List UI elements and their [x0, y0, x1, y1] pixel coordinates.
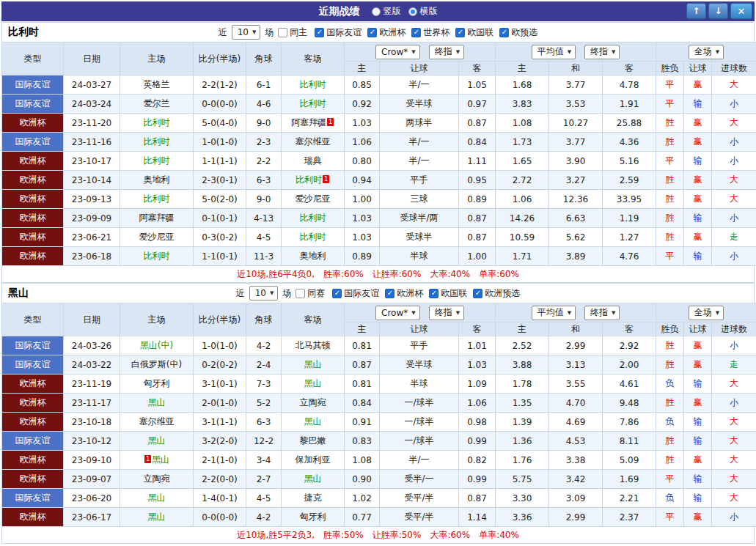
match-row: 国际友谊 23-11-16 比利时 1-0(1-0) 2-3 塞尔维亚 1.06… [2, 133, 756, 152]
odds-handicap-cell: 半/一 [380, 451, 459, 470]
col-header-corner: 角球 [246, 43, 282, 75]
away-team-cell: 阿塞拜疆1 [282, 114, 345, 133]
result-outcome-cell: 胜 [656, 171, 684, 190]
team-label: 比利时 [144, 193, 170, 204]
odds-home-cell: 0.92 [345, 95, 380, 114]
avg-away-cell: 5.16 [603, 152, 656, 171]
home-team-cell: 1黑山 [120, 451, 194, 470]
avg-source-select[interactable]: 平均值▼ [532, 45, 576, 59]
result-outcome-cell: 胜 [656, 190, 684, 209]
close-button[interactable]: ✕ [730, 3, 752, 19]
odds-away-cell: 0.99 [459, 432, 496, 451]
scope-select[interactable]: 全场▼ [689, 306, 724, 320]
odds-handicap-cell: 一/球半 [380, 432, 459, 451]
col-header-date: 日期 [64, 303, 120, 336]
caret-down-icon: ▼ [252, 29, 256, 35]
competition-checkbox[interactable]: 国际友谊 [332, 287, 379, 300]
competition-checkbox[interactable]: 欧国联 [455, 26, 493, 39]
team-label: 保加利亚 [296, 454, 331, 465]
odds-away-cell: 0.89 [459, 190, 496, 209]
home-team-cell: 爱沙尼亚 [120, 228, 194, 247]
scroll-up-button[interactable]: ↑ [686, 3, 706, 19]
result-outcome-cell: 平 [656, 75, 684, 95]
scope-select[interactable]: 全场▼ [689, 45, 724, 59]
summary-line: 近10场,胜5平2负3,胜率:50%让胜率:50%大率:60%单率:40% [1, 527, 755, 544]
score-cell: 0-0(0-0) [194, 508, 246, 527]
col-header-type: 类型 [2, 43, 64, 75]
competition-checkbox[interactable]: 欧国联 [429, 287, 467, 300]
avg-source-select[interactable]: 平均值▼ [532, 306, 576, 320]
avg-time-select[interactable]: 终指▼ [584, 45, 620, 59]
odds-time-select[interactable]: 终指▼ [429, 45, 464, 59]
team-label: 爱尔兰 [144, 98, 170, 108]
team-label: 奥地利 [144, 174, 170, 185]
match-count-select[interactable]: 10▼ [249, 286, 279, 300]
team-label: 比利时 [300, 98, 326, 108]
home-team-cell: 比利时 [120, 133, 194, 152]
team-filter-bar: 黑山 近 10▼ 场 同赛 国际友谊欧洲杯欧国联欧洲预选 [1, 283, 755, 303]
avg-home-cell: 14.26 [496, 209, 549, 228]
match-count-select[interactable]: 10▼ [232, 25, 261, 40]
match-type-badge: 国际友谊 [2, 489, 64, 508]
result-handicap-cell: 输 [684, 413, 712, 432]
corner-cell: 6-1 [246, 75, 282, 95]
away-team-cell: 塞尔维亚 [282, 133, 345, 152]
avg-draw-cell: 5.62 [549, 228, 603, 247]
avg-away-cell: 5.09 [603, 451, 656, 470]
match-type-badge: 国际友谊 [2, 336, 64, 355]
competition-checkbox[interactable]: 世界杯 [411, 26, 449, 39]
away-team-cell: 比利时 [282, 95, 345, 114]
match-type-badge: 欧洲杯 [2, 209, 64, 228]
corner-cell: 4-5 [246, 489, 282, 508]
layout-radio-horizontal[interactable]: 横版 [408, 5, 438, 18]
odds-home-cell: 1.03 [345, 228, 380, 247]
result-goals-cell: 小 [712, 247, 756, 266]
result-handicap-cell: 赢 [684, 171, 712, 190]
result-outcome-cell: 平 [656, 470, 684, 489]
odds-home-cell: 1.00 [345, 190, 380, 209]
odds-source-select[interactable]: Crow*▼ [375, 306, 420, 320]
odds-away-cell: 0.82 [459, 451, 496, 470]
caret-down-icon: ▼ [411, 49, 415, 55]
score-cell: 3-2(2-0) [194, 432, 246, 451]
score-cell: 1-0(1-0) [194, 133, 246, 152]
layout-radio-vertical[interactable]: 竖版 [372, 5, 401, 18]
odds-home-cell: 1.03 [345, 209, 380, 228]
avg-draw-cell: 12.36 [549, 190, 603, 209]
match-row: 国际友谊 24-03-27 英格兰 2-2(1-2) 6-1 比利时 0.85 … [2, 75, 756, 95]
odds-handicap-cell: 一/球半 [380, 394, 459, 413]
filters: 近 10▼ 场 同赛 国际友谊欧洲杯欧国联欧洲预选 [236, 286, 521, 300]
odds-time-select[interactable]: 终指▼ [429, 306, 464, 320]
odds-source-select[interactable]: Crow*▼ [375, 45, 420, 59]
odds-handicap-cell: 半/一 [380, 152, 459, 171]
avg-draw-cell: 3.77 [549, 133, 603, 152]
match-date: 23-11-17 [64, 394, 120, 413]
competition-checkbox[interactable]: 国际友谊 [315, 26, 362, 39]
score-cell: 5-0(2-0) [194, 190, 246, 209]
competition-checkbox[interactable]: 欧洲预选 [473, 287, 520, 300]
competition-checkbox[interactable]: 欧洲杯 [367, 26, 405, 39]
competition-checkbox[interactable]: 欧预选 [499, 26, 537, 39]
score-cell: 2-0(1-0) [194, 394, 246, 413]
same-filter-checkbox[interactable]: 同赛 [296, 287, 325, 300]
avg-draw-cell: 2.99 [549, 508, 603, 527]
result-goals-cell: 大 [712, 451, 756, 470]
avg-away-cell: 7.86 [603, 413, 656, 432]
odds-home-cell: 0.90 [345, 470, 380, 489]
odds-away-cell: 0.97 [459, 95, 496, 114]
match-type-badge: 欧洲杯 [2, 413, 64, 432]
odds-home-cell: 0.87 [345, 355, 380, 375]
sub-header-avg-away: 客 [603, 62, 656, 75]
avg-away-cell: 8.11 [603, 432, 656, 451]
competition-checkbox[interactable]: 欧洲杯 [385, 287, 423, 300]
panel-title: 近期战绩 [319, 5, 360, 18]
match-date: 23-09-09 [64, 209, 120, 228]
avg-draw-cell: 3.55 [549, 375, 603, 394]
same-filter-checkbox[interactable]: 同主 [278, 26, 307, 39]
scroll-down-button[interactable]: ↓ [708, 3, 728, 19]
caret-down-icon: ▼ [612, 310, 615, 316]
odds-handicap-cell: 受球半 [380, 228, 459, 247]
match-type-badge: 欧洲杯 [2, 470, 64, 489]
match-type-badge: 欧洲杯 [2, 247, 64, 266]
avg-time-select[interactable]: 终指▼ [584, 306, 620, 320]
